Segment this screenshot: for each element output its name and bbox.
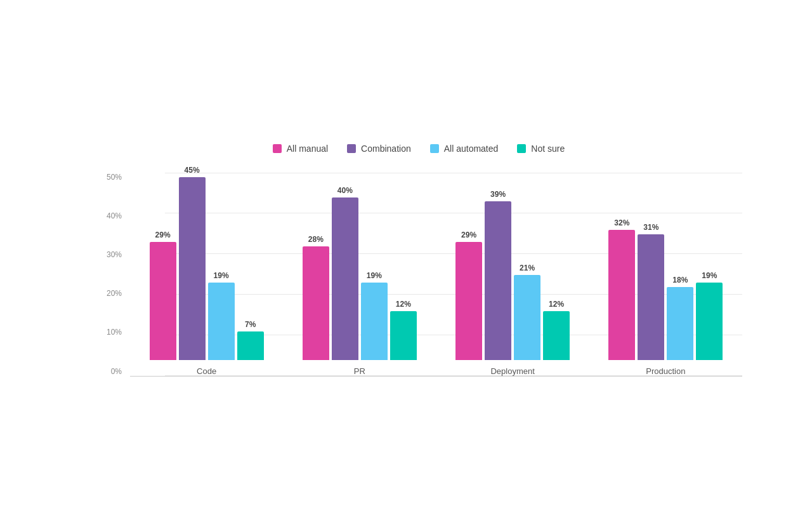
legend-item: Not sure [517,144,565,154]
bar-value-label: 7% [245,320,256,329]
bar [332,197,358,360]
bar-wrapper: 19% [696,271,723,360]
bar [485,201,511,360]
bar-value-label: 32% [614,218,629,227]
bar [638,234,664,360]
bar-value-label: 19% [367,271,382,280]
bar-value-label: 19% [702,271,717,280]
bar-value-label: 45% [185,166,200,175]
stage-group: 28%40%19%12%PR [303,186,417,376]
chart-container: All manual Combination All automated Not… [57,107,755,402]
x-axis-line [130,376,742,377]
bar [455,242,482,360]
stage-bars: 29%45%19%7% [150,166,264,360]
bar [696,283,723,360]
y-axis-label: 40% [95,211,127,220]
legend-item: Combination [347,144,411,154]
bar-wrapper: 7% [237,320,264,360]
bar-value-label: 40% [337,186,353,195]
legend-color [347,144,356,153]
stage-label: Code [150,366,264,376]
bar-value-label: 12% [549,300,564,309]
bar-value-label: 39% [490,190,506,199]
legend-label: Not sure [531,144,565,154]
y-axis-label: 20% [95,289,127,298]
stage-bars: 32%31%18%19% [608,218,723,360]
bar-wrapper: 29% [455,231,482,360]
legend-label: All manual [287,144,328,154]
bar-wrapper: 31% [638,223,664,360]
bar-value-label: 29% [155,231,171,239]
legend-color [517,144,526,153]
bar [514,275,540,360]
bar-wrapper: 21% [514,264,540,360]
legend-color [273,144,282,153]
bar-value-label: 21% [520,264,535,272]
stage-group: 29%39%21%12%Deployment [455,190,570,376]
bar-wrapper: 29% [150,231,176,360]
legend-color [430,144,439,153]
stage-bars: 28%40%19%12% [303,186,417,360]
legend-item: All automated [430,144,499,154]
y-axis-label: 0% [95,367,127,376]
bar-wrapper: 45% [179,166,206,360]
bar-wrapper: 19% [361,271,388,360]
bar-wrapper: 19% [208,271,235,360]
bar [303,246,329,360]
bar [237,331,264,360]
bar-wrapper: 28% [303,235,329,360]
chart-area: 0%10%20%30%40%50% 29%45%19%7%Code28%40%1… [95,173,742,377]
bars-area: 29%45%19%7%Code28%40%19%12%PR29%39%21%12… [130,173,742,376]
bar-value-label: 29% [461,231,476,239]
legend-label: All automated [444,144,499,154]
y-axis-label: 50% [95,173,127,182]
stage-group: 32%31%18%19%Production [608,218,723,376]
legend-item: All manual [273,144,328,154]
legend-label: Combination [361,144,411,154]
y-axis-label: 30% [95,250,127,259]
bar-value-label: 28% [308,235,324,244]
bar-wrapper: 12% [390,300,417,360]
bars-grid-area: 29%45%19%7%Code28%40%19%12%PR29%39%21%12… [130,173,742,376]
bar-value-label: 12% [396,300,411,309]
stage-bars: 29%39%21%12% [455,190,570,360]
stage-label: Deployment [455,366,570,376]
bar [361,283,388,360]
y-axis: 0%10%20%30%40%50% [95,173,127,376]
bar-wrapper: 39% [485,190,511,360]
stage-label: PR [303,366,417,376]
bar-value-label: 31% [643,223,658,232]
bar [150,242,176,360]
y-axis-label: 10% [95,328,127,337]
bar [667,287,693,360]
bar [208,283,235,360]
legend: All manual Combination All automated Not… [95,144,742,154]
bar-value-label: 18% [672,276,688,284]
bar-wrapper: 18% [667,276,693,360]
bar-value-label: 19% [214,271,229,280]
bar-wrapper: 32% [608,218,635,360]
bar-wrapper: 12% [543,300,570,360]
bar [543,311,570,360]
bar-wrapper: 40% [332,186,358,360]
stage-group: 29%45%19%7%Code [150,166,264,376]
chart-inner: 0%10%20%30%40%50% 29%45%19%7%Code28%40%1… [95,173,742,376]
stage-label: Production [608,366,723,376]
bar [608,230,635,360]
bar [390,311,417,360]
bar [179,177,206,360]
